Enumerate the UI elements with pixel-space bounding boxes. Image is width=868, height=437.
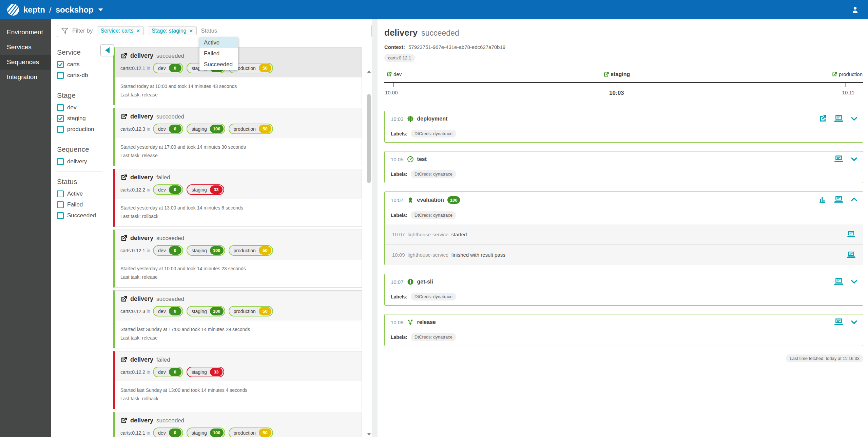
chevron-down-icon[interactable] — [851, 116, 857, 121]
sidebar-item-integration[interactable]: Integration — [0, 70, 51, 85]
stage-chip-production[interactable]: production50 — [229, 245, 273, 256]
terminal-icon[interactable] — [834, 278, 843, 286]
keptn-logo-icon — [7, 3, 19, 16]
score-badge: 33 — [210, 185, 223, 194]
sequence-card[interactable]: delivery succeeded carts:0.12.1 in dev0 … — [113, 230, 362, 288]
checkbox-label: dev — [67, 104, 76, 111]
stage-chip-staging[interactable]: staging100 — [187, 124, 225, 134]
task-card-get-sli[interactable]: 10:07 get-sli Labels: DtCreds: dynatrace — [384, 274, 863, 306]
scrollbar[interactable] — [367, 70, 371, 436]
chart-icon[interactable] — [819, 196, 827, 203]
terminal-icon[interactable] — [834, 318, 843, 326]
dropdown-option-failed[interactable]: Failed — [199, 48, 238, 59]
checkbox-active[interactable]: Active — [57, 190, 108, 197]
filter-chip-service[interactable]: Service: carts ✕ — [97, 26, 144, 35]
sidebar-item-sequences[interactable]: Sequences — [0, 55, 51, 70]
chevron-down-icon[interactable] — [98, 8, 103, 11]
sequence-status: succeeded — [156, 417, 184, 424]
filter-bar[interactable]: Filter by Service: carts ✕ Stage: stagin… — [57, 25, 372, 37]
scrollbar-thumb[interactable] — [367, 94, 371, 183]
task-card-release[interactable]: 10:09 release Labels: DtCreds: dynatrace — [384, 314, 863, 346]
external-link-icon[interactable] — [819, 115, 827, 123]
event-row[interactable]: 10:07 lighthouse-service started — [385, 224, 863, 244]
stage-name: dev — [158, 430, 166, 436]
stage-chip-staging[interactable]: staging100 — [187, 245, 225, 256]
checkbox-succeeded[interactable]: Succeeded — [57, 212, 108, 219]
chevron-down-icon[interactable] — [851, 279, 857, 284]
artifact-tag: carts:0.12.1 — [384, 54, 415, 62]
terminal-icon[interactable] — [834, 196, 843, 203]
stage-chip-dev[interactable]: dev0 — [153, 63, 183, 73]
filter-chip-stage[interactable]: Stage: staging ✕ — [148, 26, 197, 35]
stage-chip-production[interactable]: production50 — [229, 124, 273, 134]
context-label: Context: — [384, 44, 405, 50]
stage-timeline: dev staging production 10:00 10:03 10:11 — [384, 71, 863, 103]
sequence-status: succeeded — [156, 235, 184, 242]
sidebar-item-services[interactable]: Services — [0, 40, 51, 55]
dropdown-option-active[interactable]: Active — [199, 37, 238, 48]
checkbox-dev[interactable]: dev — [57, 104, 108, 111]
close-icon[interactable]: ✕ — [136, 28, 140, 34]
chevron-down-icon[interactable] — [851, 320, 857, 324]
timeline-stage-dev[interactable]: dev — [386, 71, 402, 77]
stage-chip-dev[interactable]: dev0 — [153, 245, 183, 256]
sidebar-item-environment[interactable]: Environment — [0, 25, 51, 40]
label-chip: DtCreds: dynatrace — [411, 130, 456, 138]
sequence-name: delivery — [130, 52, 153, 59]
stage-icon — [603, 72, 609, 77]
event-row[interactable]: 10:09 lighthouse-service finished with r… — [385, 244, 863, 265]
sequence-card[interactable]: delivery succeeded carts:0.12.3 in dev0 … — [113, 290, 362, 348]
score-badge: 0 — [169, 125, 181, 133]
sequence-card[interactable]: delivery failed carts:0.12.2 in dev0 sta… — [113, 169, 362, 227]
scroll-down-icon[interactable] — [367, 433, 371, 436]
stage-chip-dev[interactable]: dev0 — [153, 427, 183, 437]
checkbox-carts-db[interactable]: carts-db — [57, 72, 108, 79]
task-card-test[interactable]: 10:05 test Labels: DtCreds: dynatrace — [384, 151, 863, 183]
artifact-version: carts:0.12.1 — [120, 430, 145, 436]
chevron-down-icon[interactable] — [851, 157, 857, 161]
event-time: 10:09 — [392, 252, 405, 258]
project-breadcrumb[interactable]: keptn / sockshop — [7, 3, 103, 16]
deployment-icon — [407, 115, 414, 122]
stage-chip-production[interactable]: production50 — [229, 306, 273, 316]
stage-chip-dev[interactable]: dev0 — [153, 306, 183, 316]
close-icon[interactable]: ✕ — [189, 28, 193, 34]
terminal-icon[interactable] — [847, 231, 855, 238]
task-card-evaluation[interactable]: 10:07 evaluation 100 Labels: DtCreds: dy… — [384, 192, 863, 265]
user-menu-button[interactable] — [851, 6, 859, 14]
stage-chip-staging[interactable]: staging33 — [187, 367, 224, 377]
timeline-stage-production[interactable]: production — [832, 71, 863, 77]
status-filter-input[interactable]: Status — [201, 28, 217, 34]
dropdown-option-succeeded[interactable]: Succeeded — [199, 59, 238, 70]
stage-chip-staging[interactable]: staging100 — [187, 427, 225, 437]
stage-chip-production[interactable]: production50 — [229, 427, 273, 437]
stage-chip-staging[interactable]: staging100 — [187, 306, 225, 316]
collapse-filters-button[interactable] — [100, 44, 114, 56]
terminal-icon[interactable] — [847, 251, 855, 258]
stage-chip-staging[interactable]: staging33 — [187, 184, 224, 195]
terminal-icon[interactable] — [834, 155, 843, 163]
timeline-stage-staging[interactable]: staging — [603, 71, 630, 77]
sequence-card[interactable]: delivery failed carts:0.12.2 in dev0 sta… — [113, 351, 362, 409]
terminal-icon[interactable] — [834, 115, 843, 123]
stage-chip-dev[interactable]: dev0 — [153, 367, 183, 377]
last-fetched-badge: Last time fetched: today at 11:16:33 — [786, 354, 863, 362]
timeline-axis — [384, 82, 863, 83]
sequence-card[interactable]: delivery succeeded carts:0.12.1 in dev0 … — [113, 412, 362, 437]
stage-chip-dev[interactable]: dev0 — [153, 124, 183, 134]
labels-label: Labels: — [391, 294, 407, 299]
checkbox-delivery[interactable]: delivery — [57, 158, 108, 165]
sequence-card[interactable]: delivery succeeded carts:0.12.3 in dev0 … — [113, 108, 362, 166]
task-card-deployment[interactable]: 10:03 deployment Labels: DtCreds: dynatr… — [384, 111, 863, 143]
sequence-name: delivery — [130, 295, 153, 303]
scroll-up-icon[interactable] — [367, 70, 371, 73]
sequence-started-text: Started yesterday at 10:00 and took 14 m… — [120, 265, 356, 273]
labels-label: Labels: — [391, 171, 407, 177]
checkbox-carts[interactable]: carts — [57, 61, 108, 68]
checkbox-staging[interactable]: staging — [57, 115, 108, 122]
checkbox-production[interactable]: production — [57, 126, 108, 133]
stage-chip-dev[interactable]: dev0 — [153, 184, 183, 195]
evaluation-score-badge: 100 — [447, 196, 460, 204]
checkbox-failed[interactable]: Failed — [57, 201, 108, 208]
chevron-up-icon[interactable] — [851, 197, 857, 202]
